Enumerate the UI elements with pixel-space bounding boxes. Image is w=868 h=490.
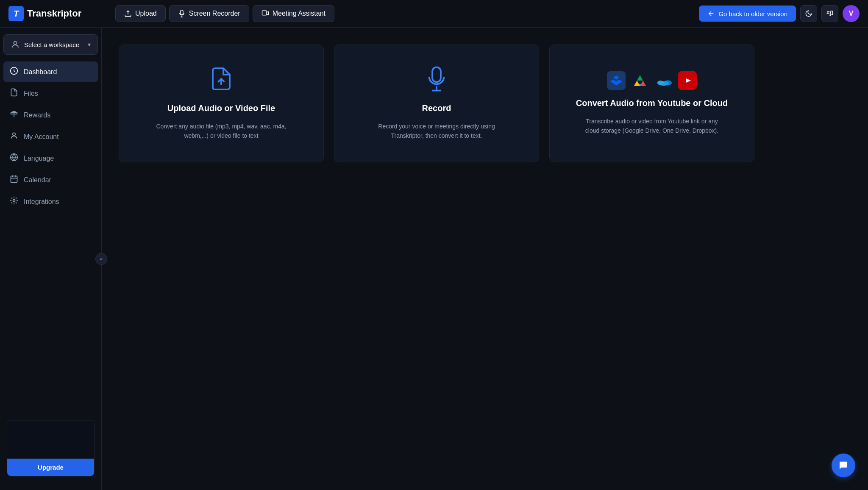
sidebar-item-label: Dashboard [24,68,57,76]
sidebar-item-rewards[interactable]: Rewards [3,105,98,125]
upgrade-button[interactable]: Upgrade [7,459,94,476]
sidebar-item-label: Integrations [24,198,59,206]
sidebar-item-label: Language [24,155,54,162]
sidebar-item-label: Rewards [24,111,50,119]
sidebar-collapse-button[interactable]: « [95,253,107,265]
chevron-down-icon: ▾ [88,41,91,48]
cloud-card-title: Convert Audio from Youtube or Cloud [576,98,728,108]
meeting-nav-icon [262,10,269,17]
onedrive-icon [654,71,673,90]
files-icon [9,88,19,99]
upload-card-desc: Convert any audio file (mp3, mp4, wav, a… [153,122,289,141]
chat-icon [838,460,849,471]
user-avatar[interactable]: V [843,5,860,22]
screen-recorder-button[interactable]: Screen Recorder [169,5,249,22]
logo-icon: T [8,6,24,21]
svg-rect-6 [11,176,17,182]
record-card-icon [424,66,449,95]
workspace-label: Select a workspace [24,41,79,48]
sidebar-item-label: My Account [24,133,59,141]
upload-card-title: Upload Audio or Video File [167,103,275,113]
logo: T Transkriptor [8,6,110,21]
youtube-icon [678,71,697,90]
integrations-icon [9,196,19,207]
sidebar-item-calendar[interactable]: Calendar [3,170,98,190]
sidebar-item-integrations[interactable]: Integrations [3,191,98,212]
cards-grid: Upload Audio or Video File Convert any a… [119,45,754,162]
upgrade-card: Upgrade [7,420,95,476]
upload-card[interactable]: Upload Audio or Video File Convert any a… [119,45,324,162]
record-card-desc: Record your voice or meetings directly u… [369,122,504,141]
translate-icon [826,10,834,17]
language-button[interactable] [821,5,838,22]
google-drive-icon [631,71,649,90]
svg-point-4 [13,133,16,136]
meeting-assistant-button[interactable]: Meeting Assistant [253,5,334,22]
sidebar: Select a workspace ▾ Dashboard [0,28,102,490]
header: T Transkriptor Upload Screen Recorder Me… [0,0,868,28]
sidebar-item-label: Files [24,90,38,97]
sidebar-nav: Dashboard Files [0,61,101,212]
language-sidebar-icon [9,153,19,164]
cloud-card-desc: Transcribe audio or video from Youtube l… [584,117,720,136]
cloud-card[interactable]: Convert Audio from Youtube or Cloud Tran… [549,45,754,162]
dashboard-icon [9,67,19,77]
dropbox-icon [607,71,626,90]
svg-point-1 [14,42,17,45]
account-icon [9,131,19,142]
content-area: Upload Audio or Video File Convert any a… [102,28,868,490]
chat-button[interactable] [832,454,855,477]
upgrade-preview [7,420,94,459]
svg-point-7 [13,200,15,202]
upload-card-icon [209,66,234,95]
main-layout: Select a workspace ▾ Dashboard [0,28,868,490]
upload-nav-icon [124,10,132,17]
sidebar-item-my-account[interactable]: My Account [3,126,98,147]
header-actions: Go back to older version V [699,5,860,22]
go-back-button[interactable]: Go back to older version [699,6,796,22]
upload-button[interactable]: Upload [115,5,166,22]
workspace-person-icon [11,40,20,49]
cloud-card-icons [607,71,697,90]
sidebar-item-files[interactable]: Files [3,83,98,104]
sidebar-item-dashboard[interactable]: Dashboard [3,61,98,82]
calendar-icon [9,175,19,185]
sidebar-item-language[interactable]: Language [3,148,98,169]
mic-nav-icon [178,10,186,17]
logo-text: Transkriptor [27,8,81,19]
svg-point-10 [657,81,664,85]
go-back-icon [707,10,715,17]
record-card-title: Record [422,103,451,113]
record-card[interactable]: Record Record your voice or meetings dir… [334,45,539,162]
sidebar-item-label: Calendar [24,176,51,184]
svg-rect-0 [262,11,267,15]
rewards-icon [9,110,19,120]
moon-icon [805,10,812,17]
sidebar-bottom: Upgrade [0,413,101,483]
nav-buttons: Upload Screen Recorder Meeting Assistant [115,5,694,22]
workspace-selector[interactable]: Select a workspace ▾ [3,34,98,55]
theme-toggle-button[interactable] [800,5,817,22]
